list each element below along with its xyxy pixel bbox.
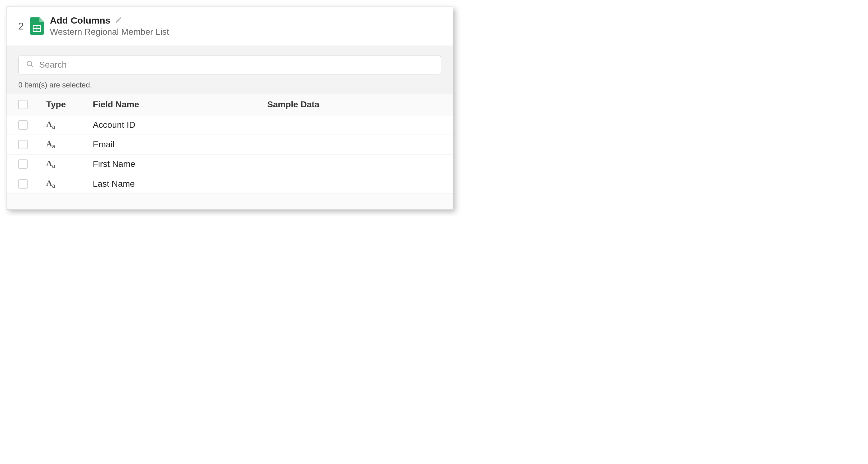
row-checkbox[interactable] <box>18 120 28 130</box>
text-type-icon: Aa <box>46 179 55 189</box>
google-sheets-icon <box>30 18 44 35</box>
field-name-cell: First Name <box>93 159 135 169</box>
text-type-icon: Aa <box>46 120 55 130</box>
header-field-name: Field Name <box>93 100 139 109</box>
panel-subtitle: Western Regional Member List <box>50 27 169 37</box>
panel-title: Add Columns <box>50 15 111 26</box>
search-section: 0 item(s) are selected. <box>6 45 453 94</box>
edit-icon[interactable] <box>115 16 122 25</box>
table-row[interactable]: Aa Email <box>6 135 453 155</box>
add-columns-panel: 2 Add Columns Western Regional Member Li… <box>6 6 453 210</box>
table-row[interactable]: Aa Last Name <box>6 174 453 194</box>
header-type: Type <box>46 100 66 109</box>
text-type-icon: Aa <box>46 139 55 150</box>
text-type-icon: Aa <box>46 159 55 169</box>
search-input[interactable] <box>39 60 433 70</box>
row-checkbox[interactable] <box>18 140 28 149</box>
search-wrapper[interactable] <box>18 55 441 74</box>
row-checkbox[interactable] <box>18 179 28 189</box>
select-all-checkbox[interactable] <box>18 100 28 109</box>
selection-status: 0 item(s) are selected. <box>18 80 441 89</box>
search-icon <box>26 60 34 69</box>
step-number: 2 <box>18 21 24 32</box>
svg-point-3 <box>27 61 32 66</box>
field-name-cell: Account ID <box>93 120 135 130</box>
table-row[interactable]: Aa First Name <box>6 155 453 174</box>
columns-table: Type Field Name Sample Data Aa Account I… <box>6 94 453 194</box>
panel-header: 2 Add Columns Western Regional Member Li… <box>6 6 453 45</box>
field-name-cell: Email <box>93 140 115 150</box>
row-checkbox[interactable] <box>18 159 28 169</box>
title-row: Add Columns <box>50 15 169 26</box>
table-header-row: Type Field Name Sample Data <box>6 94 453 115</box>
footer-space <box>6 194 453 209</box>
table-row[interactable]: Aa Account ID <box>6 115 453 135</box>
header-sample-data: Sample Data <box>267 100 319 109</box>
field-name-cell: Last Name <box>93 179 135 189</box>
svg-line-4 <box>31 65 33 67</box>
header-text: Add Columns Western Regional Member List <box>50 15 169 37</box>
